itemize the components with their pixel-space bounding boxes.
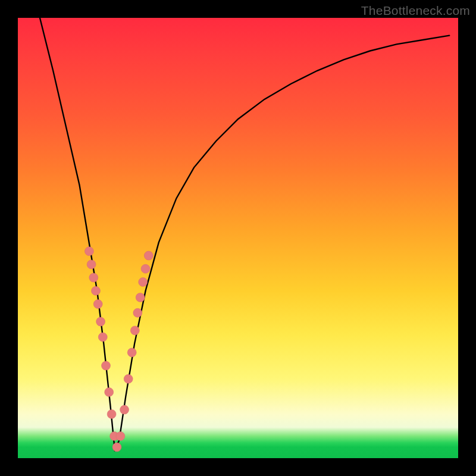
curve-marker (130, 326, 139, 335)
curve-marker (144, 251, 153, 260)
curve-marker (105, 388, 114, 397)
watermark-label: TheBottleneck.com (361, 4, 470, 18)
chart-frame: TheBottleneck.com (0, 0, 476, 476)
curve-marker (84, 247, 93, 256)
curve-marker (98, 333, 107, 342)
curve-marker (92, 286, 101, 295)
curve-marker (96, 317, 105, 326)
curve-marker (102, 361, 111, 370)
curve-marker (124, 374, 133, 383)
curve-marker (116, 432, 125, 441)
curve-marker (136, 293, 145, 302)
curve-marker (87, 260, 96, 269)
plot-area (18, 18, 458, 458)
curve-marker (133, 308, 142, 317)
bottleneck-curve-svg (18, 18, 458, 458)
bottleneck-curve-path (40, 18, 449, 449)
curve-marker (112, 443, 121, 452)
curve-markers (84, 247, 153, 452)
curve-marker (120, 405, 129, 414)
curve-marker (89, 273, 98, 282)
curve-marker (139, 278, 148, 287)
curve-marker (141, 264, 150, 273)
curve-marker (107, 410, 116, 419)
curve-marker (127, 348, 136, 357)
curve-marker (93, 300, 102, 309)
